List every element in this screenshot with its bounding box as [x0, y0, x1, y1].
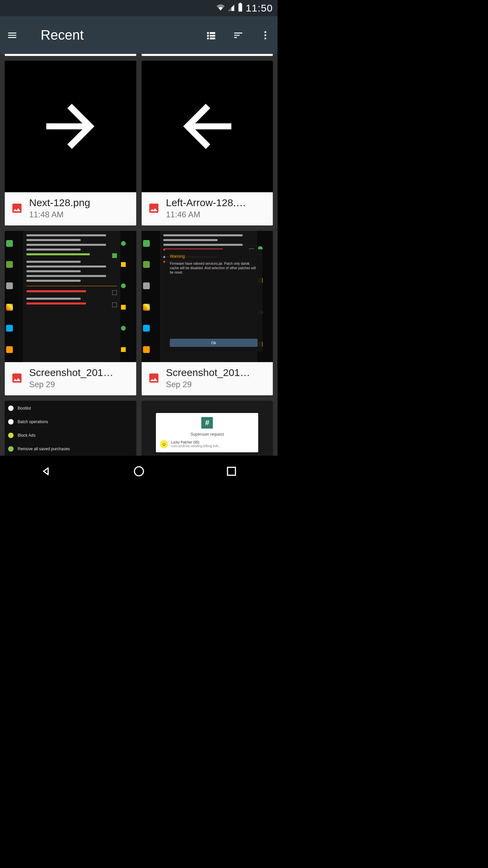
thumbnail [5, 231, 136, 362]
thumb-list-item: Batch operations [18, 419, 48, 424]
warning-title: Warning [170, 254, 258, 259]
file-date: Sep 29 [166, 380, 267, 389]
hash-icon: # [201, 417, 213, 429]
battery-icon [238, 2, 243, 14]
file-date: 11:46 AM [166, 210, 267, 219]
image-file-icon [148, 202, 160, 214]
file-card[interactable]: Warning Firmware have odexed services.ja… [142, 231, 273, 396]
page-title: Recent [41, 27, 194, 43]
file-card[interactable]: Screenshot_201… Sep 29 [5, 231, 136, 396]
sort-icon[interactable] [229, 26, 248, 45]
file-date: 11:48 AM [29, 210, 130, 219]
file-meta: Left-Arrow-128.… 11:46 AM [142, 192, 273, 225]
svg-point-3 [134, 467, 143, 476]
smiley-icon: ☺ [160, 440, 168, 448]
thumb-list-item: Remove all saved purchases [18, 447, 70, 451]
arrow-left-icon [171, 90, 243, 162]
file-card[interactable]: Bootlist Batch operations Block Ads Remo… [5, 401, 136, 456]
thumbnail: Warning Firmware have odexed services.ja… [142, 231, 273, 362]
home-button[interactable] [132, 465, 146, 479]
svg-point-2 [264, 37, 266, 39]
card-peek[interactable] [142, 54, 273, 56]
overflow-icon[interactable] [256, 26, 275, 45]
file-name: Screenshot_201… [29, 367, 130, 378]
image-file-icon [11, 372, 23, 384]
su-pkg-name: com.android.vending.billing.InA… [171, 444, 221, 448]
thumb-list-item: Block Ads [18, 433, 36, 438]
thumb-list-item: Bootlist [18, 406, 31, 411]
card-peek[interactable] [5, 54, 136, 56]
menu-icon[interactable] [3, 26, 22, 45]
thumbnail [5, 61, 136, 192]
nav-bar [0, 456, 278, 488]
file-date: Sep 29 [29, 380, 130, 389]
file-name: Next-128.png [29, 197, 130, 209]
svg-rect-4 [227, 467, 235, 475]
svg-point-1 [264, 34, 266, 36]
ok-button-thumb: Ok [170, 339, 258, 347]
cell-signal-icon [227, 2, 235, 14]
file-grid: Next-128.png 11:48 AM Left-Arrow-128.… 1… [0, 54, 278, 456]
su-request-label: Superuser request [190, 432, 224, 437]
image-file-icon [148, 372, 160, 384]
file-card[interactable]: Left-Arrow-128.… 11:46 AM [142, 61, 273, 225]
back-button[interactable] [40, 465, 53, 479]
file-meta: Screenshot_201… Sep 29 [5, 362, 136, 395]
thumbnail [142, 61, 273, 192]
thumbnail: Bootlist Batch operations Block Ads Remo… [5, 401, 136, 456]
file-card[interactable]: Next-128.png 11:48 AM [5, 61, 136, 225]
file-meta: Screenshot_201… Sep 29 [142, 362, 273, 395]
file-name: Left-Arrow-128.… [166, 197, 267, 209]
warning-body: Firmware have odexed services.jar. Patch… [170, 261, 258, 335]
image-file-icon [11, 202, 23, 214]
recents-button[interactable] [225, 465, 238, 479]
su-app-name: Lucky Patcher (95) [171, 440, 221, 444]
app-bar: Recent [0, 16, 278, 54]
arrow-right-icon [34, 90, 106, 162]
view-list-icon[interactable] [202, 26, 221, 45]
file-meta: Next-128.png 11:48 AM [5, 192, 136, 225]
thumbnail: # Superuser request ☺ Lucky Patcher (95)… [142, 401, 273, 456]
wifi-icon [217, 2, 225, 14]
file-name: Screenshot_201… [166, 367, 267, 378]
modal-overlay: Warning Firmware have odexed services.ja… [165, 249, 262, 352]
clock-time: 11:50 [246, 2, 273, 14]
file-card[interactable]: # Superuser request ☺ Lucky Patcher (95)… [142, 401, 273, 456]
svg-point-0 [264, 31, 266, 33]
status-bar: 11:50 [0, 0, 278, 16]
